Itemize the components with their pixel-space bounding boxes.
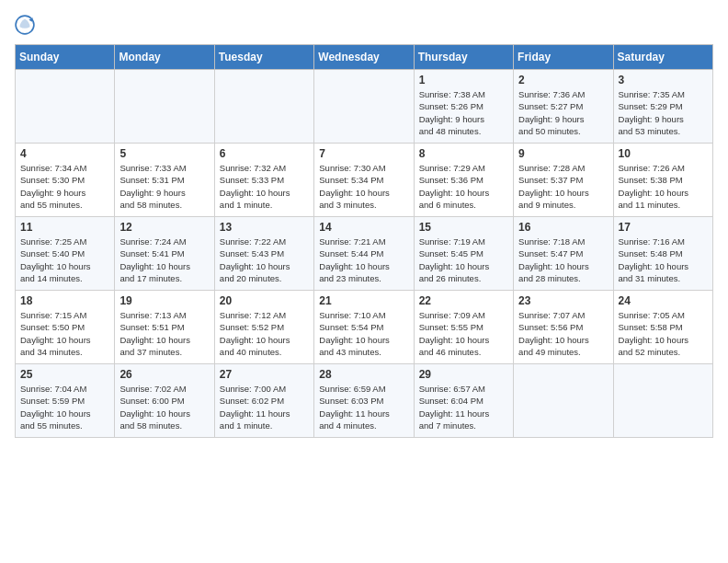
- header-thursday: Thursday: [414, 45, 513, 70]
- day-number: 13: [220, 221, 309, 234]
- day-info: Sunrise: 7:36 AM Sunset: 5:27 PM Dayligh…: [518, 88, 608, 137]
- day-info: Sunrise: 7:18 AM Sunset: 5:47 PM Dayligh…: [518, 236, 608, 284]
- day-number: 10: [619, 147, 708, 160]
- day-info: Sunrise: 7:34 AM Sunset: 5:30 PM Dayligh…: [20, 162, 109, 211]
- calendar-cell: 19Sunrise: 7:13 AM Sunset: 5:51 PM Dayli…: [115, 291, 214, 364]
- calendar-table: SundayMondayTuesdayWednesdayThursdayFrid…: [15, 44, 713, 438]
- logo: [15, 15, 39, 35]
- calendar-cell: 20Sunrise: 7:12 AM Sunset: 5:52 PM Dayli…: [214, 291, 313, 364]
- day-number: 22: [419, 294, 508, 307]
- calendar-cell: 18Sunrise: 7:15 AM Sunset: 5:50 PM Dayli…: [16, 291, 115, 364]
- header-sunday: Sunday: [16, 45, 115, 70]
- day-info: Sunrise: 7:24 AM Sunset: 5:41 PM Dayligh…: [119, 236, 209, 284]
- day-number: 11: [20, 221, 109, 234]
- day-info: Sunrise: 7:25 AM Sunset: 5:40 PM Dayligh…: [20, 236, 109, 284]
- day-info: Sunrise: 7:07 AM Sunset: 5:56 PM Dayligh…: [518, 309, 608, 358]
- calendar-cell: 11Sunrise: 7:25 AM Sunset: 5:40 PM Dayli…: [16, 217, 115, 291]
- calendar-cell: 9Sunrise: 7:28 AM Sunset: 5:37 PM Daylig…: [514, 144, 613, 217]
- day-info: Sunrise: 7:13 AM Sunset: 5:51 PM Dayligh…: [119, 309, 209, 358]
- day-info: Sunrise: 7:12 AM Sunset: 5:52 PM Dayligh…: [220, 309, 309, 358]
- calendar-cell: 10Sunrise: 7:26 AM Sunset: 5:38 PM Dayli…: [613, 144, 712, 217]
- day-info: Sunrise: 7:19 AM Sunset: 5:45 PM Dayligh…: [419, 236, 508, 284]
- day-number: 8: [419, 147, 508, 160]
- day-info: Sunrise: 7:22 AM Sunset: 5:43 PM Dayligh…: [220, 236, 309, 284]
- calendar-cell: 14Sunrise: 7:21 AM Sunset: 5:44 PM Dayli…: [314, 217, 414, 291]
- calendar-header-row: SundayMondayTuesdayWednesdayThursdayFrid…: [16, 45, 713, 70]
- day-info: Sunrise: 7:30 AM Sunset: 5:34 PM Dayligh…: [319, 162, 408, 211]
- day-info: Sunrise: 6:57 AM Sunset: 6:04 PM Dayligh…: [419, 383, 508, 431]
- day-number: 27: [220, 368, 309, 381]
- day-number: 5: [119, 147, 209, 160]
- day-number: 12: [119, 221, 209, 234]
- day-info: Sunrise: 7:35 AM Sunset: 5:29 PM Dayligh…: [619, 88, 708, 137]
- header-wednesday: Wednesday: [314, 45, 414, 70]
- header-tuesday: Tuesday: [214, 45, 313, 70]
- header-monday: Monday: [115, 45, 214, 70]
- day-number: 24: [619, 294, 708, 307]
- header-saturday: Saturday: [613, 45, 712, 70]
- logo-icon: [15, 15, 35, 35]
- header-friday: Friday: [514, 45, 613, 70]
- calendar-cell: [314, 70, 414, 144]
- calendar-cell: [214, 70, 313, 144]
- day-number: 15: [419, 221, 508, 234]
- day-number: 29: [419, 368, 508, 381]
- calendar-cell: 5Sunrise: 7:33 AM Sunset: 5:31 PM Daylig…: [115, 144, 214, 217]
- day-info: Sunrise: 7:21 AM Sunset: 5:44 PM Dayligh…: [319, 236, 408, 284]
- calendar-cell: 17Sunrise: 7:16 AM Sunset: 5:48 PM Dayli…: [613, 217, 712, 291]
- calendar-cell: 2Sunrise: 7:36 AM Sunset: 5:27 PM Daylig…: [514, 70, 613, 144]
- day-number: 26: [119, 368, 209, 381]
- day-number: 17: [619, 221, 708, 234]
- calendar-cell: [16, 70, 115, 144]
- calendar-cell: 13Sunrise: 7:22 AM Sunset: 5:43 PM Dayli…: [214, 217, 313, 291]
- day-number: 3: [619, 74, 708, 86]
- day-number: 20: [220, 294, 309, 307]
- calendar-cell: 3Sunrise: 7:35 AM Sunset: 5:29 PM Daylig…: [613, 70, 712, 144]
- week-row-2: 4Sunrise: 7:34 AM Sunset: 5:30 PM Daylig…: [16, 144, 713, 217]
- calendar-cell: 27Sunrise: 7:00 AM Sunset: 6:02 PM Dayli…: [214, 364, 313, 438]
- day-number: 7: [319, 147, 408, 160]
- day-number: 16: [518, 221, 608, 234]
- day-info: Sunrise: 7:26 AM Sunset: 5:38 PM Dayligh…: [619, 162, 708, 211]
- calendar-cell: 6Sunrise: 7:32 AM Sunset: 5:33 PM Daylig…: [214, 144, 313, 217]
- calendar-cell: [613, 364, 712, 438]
- day-info: Sunrise: 6:59 AM Sunset: 6:03 PM Dayligh…: [319, 383, 408, 431]
- day-info: Sunrise: 7:04 AM Sunset: 5:59 PM Dayligh…: [20, 383, 109, 431]
- page-header: [15, 15, 713, 35]
- calendar-cell: 8Sunrise: 7:29 AM Sunset: 5:36 PM Daylig…: [414, 144, 513, 217]
- calendar-cell: 12Sunrise: 7:24 AM Sunset: 5:41 PM Dayli…: [115, 217, 214, 291]
- day-number: 21: [319, 294, 408, 307]
- calendar-cell: 25Sunrise: 7:04 AM Sunset: 5:59 PM Dayli…: [16, 364, 115, 438]
- week-row-3: 11Sunrise: 7:25 AM Sunset: 5:40 PM Dayli…: [16, 217, 713, 291]
- day-number: 28: [319, 368, 408, 381]
- day-info: Sunrise: 7:33 AM Sunset: 5:31 PM Dayligh…: [119, 162, 209, 211]
- calendar-cell: 16Sunrise: 7:18 AM Sunset: 5:47 PM Dayli…: [514, 217, 613, 291]
- calendar-cell: 7Sunrise: 7:30 AM Sunset: 5:34 PM Daylig…: [314, 144, 414, 217]
- calendar-cell: 1Sunrise: 7:38 AM Sunset: 5:26 PM Daylig…: [414, 70, 513, 144]
- week-row-5: 25Sunrise: 7:04 AM Sunset: 5:59 PM Dayli…: [16, 364, 713, 438]
- calendar-cell: 23Sunrise: 7:07 AM Sunset: 5:56 PM Dayli…: [514, 291, 613, 364]
- day-number: 6: [220, 147, 309, 160]
- calendar-cell: 24Sunrise: 7:05 AM Sunset: 5:58 PM Dayli…: [613, 291, 712, 364]
- calendar-cell: 29Sunrise: 6:57 AM Sunset: 6:04 PM Dayli…: [414, 364, 513, 438]
- week-row-1: 1Sunrise: 7:38 AM Sunset: 5:26 PM Daylig…: [16, 70, 713, 144]
- day-info: Sunrise: 7:00 AM Sunset: 6:02 PM Dayligh…: [220, 383, 309, 431]
- day-info: Sunrise: 7:02 AM Sunset: 6:00 PM Dayligh…: [119, 383, 209, 431]
- day-number: 23: [518, 294, 608, 307]
- calendar-cell: 22Sunrise: 7:09 AM Sunset: 5:55 PM Dayli…: [414, 291, 513, 364]
- day-info: Sunrise: 7:16 AM Sunset: 5:48 PM Dayligh…: [619, 236, 708, 284]
- day-info: Sunrise: 7:29 AM Sunset: 5:36 PM Dayligh…: [419, 162, 508, 211]
- day-info: Sunrise: 7:10 AM Sunset: 5:54 PM Dayligh…: [319, 309, 408, 358]
- day-number: 18: [20, 294, 109, 307]
- calendar-cell: 4Sunrise: 7:34 AM Sunset: 5:30 PM Daylig…: [16, 144, 115, 217]
- day-info: Sunrise: 7:05 AM Sunset: 5:58 PM Dayligh…: [619, 309, 708, 358]
- day-info: Sunrise: 7:09 AM Sunset: 5:55 PM Dayligh…: [419, 309, 508, 358]
- calendar-cell: 28Sunrise: 6:59 AM Sunset: 6:03 PM Dayli…: [314, 364, 414, 438]
- calendar-cell: 26Sunrise: 7:02 AM Sunset: 6:00 PM Dayli…: [115, 364, 214, 438]
- day-info: Sunrise: 7:28 AM Sunset: 5:37 PM Dayligh…: [518, 162, 608, 211]
- day-number: 9: [518, 147, 608, 160]
- calendar-cell: 15Sunrise: 7:19 AM Sunset: 5:45 PM Dayli…: [414, 217, 513, 291]
- calendar-cell: [514, 364, 613, 438]
- day-number: 19: [119, 294, 209, 307]
- day-info: Sunrise: 7:32 AM Sunset: 5:33 PM Dayligh…: [220, 162, 309, 211]
